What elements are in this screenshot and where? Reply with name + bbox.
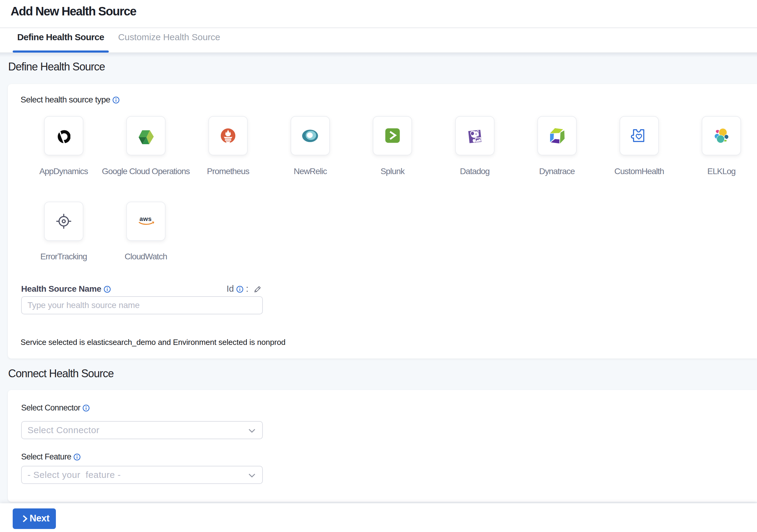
svg-text:aws: aws — [139, 215, 151, 222]
